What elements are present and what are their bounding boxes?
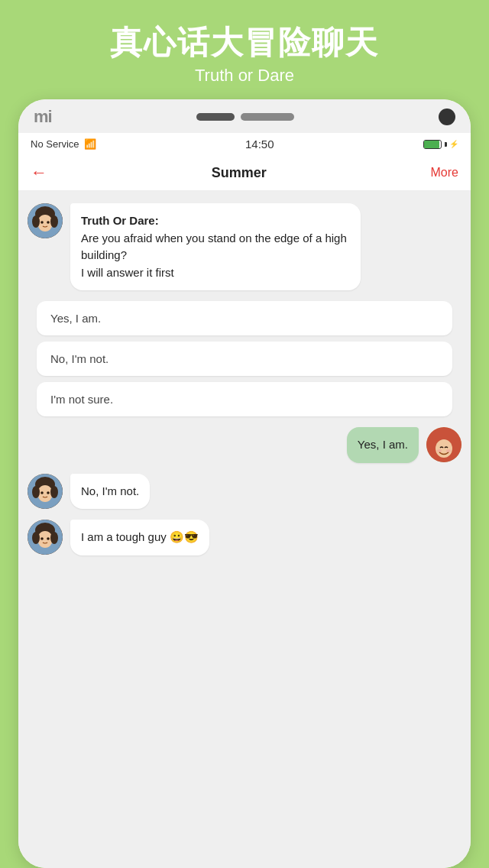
option-1-text: Yes, I am.	[50, 312, 101, 325]
svg-point-12	[446, 449, 451, 452]
option-2-text: No, I'm not.	[50, 352, 108, 365]
app-title-zh: 真心话大冒险聊天	[110, 21, 379, 64]
svg-point-11	[437, 449, 442, 452]
battery-fill	[424, 141, 439, 148]
battery-tip	[445, 142, 447, 147]
svg-point-18	[40, 491, 44, 494]
avatar-left-2	[28, 474, 63, 509]
svg-point-26	[47, 537, 50, 540]
option-3-text: I'm not sure.	[50, 393, 113, 406]
signal-text: No Service	[31, 138, 79, 150]
message-row-left: Truth Or Dare:Are you afraid when you st…	[28, 203, 461, 290]
options-group: Yes, I am. No, I'm not. I'm not sure.	[28, 301, 461, 416]
message-row-left-3: I am a tough guy 😀😎	[28, 520, 461, 555]
svg-point-19	[47, 491, 50, 494]
svg-rect-9	[436, 430, 452, 439]
app-title-en: Truth or Dare	[195, 66, 294, 86]
message-text-4: I am a tough guy 😀😎	[81, 530, 199, 543]
bubble-left-2: No, I'm not.	[70, 474, 150, 510]
chat-area: Truth Or Dare:Are you afraid when you st…	[18, 191, 471, 868]
message-text-3: No, I'm not.	[81, 484, 139, 497]
svg-point-17	[50, 486, 58, 498]
svg-point-16	[32, 486, 40, 498]
svg-point-25	[40, 537, 44, 540]
status-left: No Service 📶	[31, 138, 96, 150]
bolt-icon: ⚡	[449, 140, 458, 148]
battery-icon	[423, 140, 442, 149]
svg-point-15	[37, 485, 53, 502]
mi-logo: mi	[34, 107, 52, 127]
bubble-left-1: Truth Or Dare:Are you afraid when you st…	[70, 203, 361, 290]
svg-point-5	[40, 221, 44, 224]
phone-frame: mi No Service 📶 14:50 ⚡ ←	[18, 99, 471, 868]
svg-point-3	[32, 215, 40, 228]
option-1[interactable]: Yes, I am.	[37, 301, 452, 335]
avatar-left-3	[28, 520, 63, 555]
nav-bar: ← Summer More	[18, 155, 471, 191]
svg-point-4	[50, 215, 58, 228]
message-row-left-2: No, I'm not.	[28, 474, 461, 510]
avatar-left-1	[28, 203, 63, 238]
status-bar: No Service 📶 14:50 ⚡	[18, 133, 471, 155]
more-button[interactable]: More	[431, 166, 458, 180]
svg-point-24	[50, 532, 58, 544]
phone-hardware-bar: mi	[18, 99, 471, 133]
message-text-1: Truth Or Dare:Are you afraid when you st…	[81, 214, 347, 279]
app-header: 真心话大冒险聊天 Truth or Dare	[0, 0, 489, 99]
speaker-bar	[196, 113, 235, 121]
front-camera	[439, 108, 455, 125]
time-display: 14:50	[245, 138, 274, 151]
svg-point-6	[47, 221, 50, 224]
svg-point-22	[37, 531, 53, 548]
nav-title: Summer	[212, 165, 267, 181]
bubble-right-1: Yes, I am.	[347, 427, 419, 463]
phone-top-center	[196, 113, 294, 121]
mic-bar	[241, 113, 294, 121]
wifi-icon: 📶	[84, 138, 96, 150]
option-2[interactable]: No, I'm not.	[37, 342, 452, 376]
svg-point-2	[37, 215, 53, 232]
bubble-left-3: I am a tough guy 😀😎	[70, 520, 209, 555]
avatar-right-1	[426, 427, 461, 462]
svg-point-23	[32, 532, 40, 544]
battery-area: ⚡	[423, 140, 458, 149]
app-background: 真心话大冒险聊天 Truth or Dare mi No Service 📶 1…	[0, 0, 489, 868]
message-text-2: Yes, I am.	[358, 438, 408, 451]
back-button[interactable]: ←	[31, 163, 47, 183]
option-3[interactable]: I'm not sure.	[37, 382, 452, 416]
svg-point-10	[436, 439, 452, 458]
message-row-right: Yes, I am.	[28, 427, 461, 463]
